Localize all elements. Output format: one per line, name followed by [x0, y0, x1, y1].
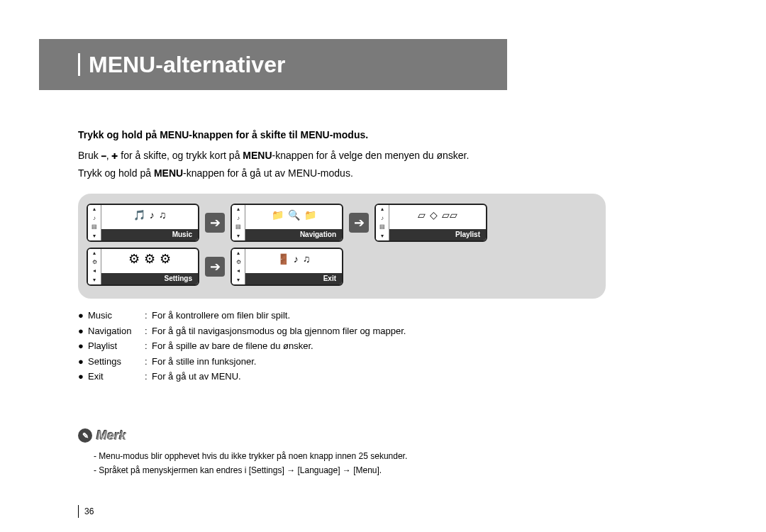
desc-text: For å kontrollere om filen blir spilt. — [152, 309, 290, 323]
colon: : — [145, 370, 152, 384]
desc-text: For å stille inn funksjoner. — [152, 355, 256, 369]
arrow-down-icon: ▾ — [237, 276, 240, 284]
card-icon: ◇ — [430, 208, 438, 223]
text-fragment: Bruk — [78, 150, 101, 161]
bullet-icon: ● — [78, 309, 88, 323]
folder-icon: 📁 — [272, 208, 284, 223]
bullet-icon: ● — [78, 370, 88, 384]
arrow-up-icon: ▴ — [237, 249, 240, 257]
door-icon: 🚪 — [277, 252, 289, 267]
comma: , — [106, 150, 112, 161]
list-icon: ▤ — [91, 223, 97, 231]
screen-sidebar: ▴ ♪ ▤ ▾ — [376, 205, 389, 240]
desc-term: Playlist — [88, 339, 145, 353]
cards-icon: ▱▱ — [442, 208, 457, 223]
desc-text: For å spille av bare de filene du ønsker… — [152, 339, 313, 353]
screen-settings: ▴ ⚙ ◂ ▾ ⚙ ⚙ ⚙ Settings — [87, 248, 199, 286]
screen-exit: ▴ ⚙ ◂ ▾ 🚪 ♪ ♫ Exit — [231, 248, 343, 286]
music-note-icon: ♪ — [150, 208, 155, 223]
arrow-up-icon: ▴ — [93, 205, 96, 214]
screen-sidebar: ▴ ⚙ ◂ ▾ — [232, 249, 245, 284]
text-fragment: for å skifte, og trykk kort på — [118, 150, 243, 161]
screen-music: ▴ ♪ ▤ ▾ 🎵 ♪ ♫ Music — [87, 204, 199, 242]
list-icon: ▤ — [379, 223, 385, 231]
arrow-right-icon: ➔ — [349, 213, 369, 233]
exit-icons: 🚪 ♪ ♫ — [245, 249, 342, 269]
arrow-up-icon: ▴ — [237, 205, 240, 214]
list-item: ● Navigation : For å gå til navigasjonsm… — [78, 324, 617, 338]
desc-term: Navigation — [88, 324, 145, 338]
note-heading: ✎ Merk — [78, 426, 617, 445]
screen-navigation: ▴ ♪ ▤ ▾ 📁 🔍 📁 Navigation — [231, 204, 343, 242]
screens-row-2: ▴ ⚙ ◂ ▾ ⚙ ⚙ ⚙ Settings ➔ ▴ — [87, 248, 597, 286]
gear-icon: ⚙ — [144, 250, 155, 269]
screens-panel: ▴ ♪ ▤ ▾ 🎵 ♪ ♫ Music ➔ ▴ — [78, 194, 606, 299]
note-icon: ♪ — [381, 214, 384, 223]
note-line: - Språket på menyskjermen kan endres i [… — [94, 464, 617, 477]
desc-text: For å gå til navigasjonsmodus og bla gje… — [152, 324, 406, 338]
arrow-down-icon: ▾ — [93, 276, 96, 284]
screens-row-1: ▴ ♪ ▤ ▾ 🎵 ♪ ♫ Music ➔ ▴ — [87, 204, 597, 242]
list-icon: ▤ — [235, 223, 241, 231]
bullet-icon: ● — [78, 355, 88, 369]
screen-main: 🚪 ♪ ♫ Exit — [245, 249, 342, 284]
page-number: 36 — [78, 505, 94, 518]
screen-label: Playlist — [389, 229, 486, 240]
navigation-icons: 📁 🔍 📁 — [245, 205, 342, 225]
minus-icon: ━ — [101, 150, 106, 162]
screen-main: 📁 🔍 📁 Navigation — [245, 205, 342, 240]
header-band: MENU-alternativer — [39, 39, 507, 90]
arrow-left-icon: ◂ — [93, 267, 96, 275]
note-badge-icon: ✎ — [78, 428, 92, 443]
music-note-icon: ♫ — [303, 252, 311, 267]
colon: : — [145, 324, 152, 338]
gear-icon: ⚙ — [236, 258, 241, 267]
instruction-line-2: Bruk ━, ✚ for å skifte, og trykk kort på… — [78, 148, 617, 163]
text-fragment: Trykk og hold på — [78, 167, 154, 179]
desc-term: Music — [88, 309, 145, 323]
arrow-up-icon: ▴ — [93, 249, 96, 257]
desc-text: For å gå ut av MENU. — [152, 370, 241, 384]
colon: : — [145, 355, 152, 369]
arrow-up-icon: ▴ — [381, 205, 384, 214]
screen-main: ⚙ ⚙ ⚙ Settings — [101, 249, 198, 284]
note-line: - Menu-modus blir opphevet hvis du ikke … — [94, 450, 617, 462]
music-note-icon: ♪ — [294, 252, 299, 267]
bullet-icon: ● — [78, 324, 88, 338]
list-item: ● Music : For å kontrollere om filen bli… — [78, 309, 617, 323]
screen-main: ▱ ◇ ▱▱ Playlist — [389, 205, 486, 240]
arrow-right-icon: ➔ — [205, 213, 225, 233]
screen-label: Settings — [101, 273, 198, 284]
screen-label: Exit — [245, 273, 342, 284]
colon: : — [145, 339, 152, 353]
instruction-line-3: Trykk og hold på MENU-knappen for å gå u… — [78, 166, 617, 181]
colon: : — [145, 309, 152, 323]
screen-playlist: ▴ ♪ ▤ ▾ ▱ ◇ ▱▱ Playlist — [374, 204, 487, 242]
gear-icon: ⚙ — [92, 258, 97, 267]
music-note-icon: 🎵 — [133, 208, 145, 223]
gear-icon: ⚙ — [128, 250, 140, 269]
screen-label: Navigation — [245, 229, 342, 240]
settings-icons: ⚙ ⚙ ⚙ — [101, 249, 198, 269]
note-section: ✎ Merk - Menu-modus blir opphevet hvis d… — [78, 426, 617, 477]
list-item: ● Playlist : For å spille av bare de fil… — [78, 339, 617, 353]
page-title: MENU-alternativer — [78, 53, 285, 76]
arrow-down-icon: ▾ — [93, 232, 96, 240]
text-fragment: -knappen for å gå ut av MENU-modus. — [183, 167, 353, 179]
arrow-down-icon: ▾ — [237, 232, 240, 240]
menu-bold: MENU — [154, 167, 183, 179]
text-fragment: -knappen for å velge den menyen du ønske… — [272, 150, 470, 161]
folder-icon: 📁 — [304, 208, 316, 223]
arrow-left-icon: ◂ — [237, 267, 240, 275]
screen-main: 🎵 ♪ ♫ Music — [101, 205, 198, 240]
note-title: Merk — [96, 426, 126, 445]
screen-sidebar: ▴ ♪ ▤ ▾ — [88, 205, 101, 240]
screen-label: Music — [101, 229, 198, 240]
note-icon: ♪ — [237, 214, 240, 223]
description-list: ● Music : For å kontrollere om filen bli… — [78, 309, 617, 384]
search-icon: 🔍 — [288, 208, 300, 223]
screen-sidebar: ▴ ♪ ▤ ▾ — [232, 205, 245, 240]
menu-bold: MENU — [243, 150, 272, 161]
card-icon: ▱ — [418, 208, 426, 223]
instruction-main: Trykk og hold på MENU-knappen for å skif… — [78, 128, 617, 143]
